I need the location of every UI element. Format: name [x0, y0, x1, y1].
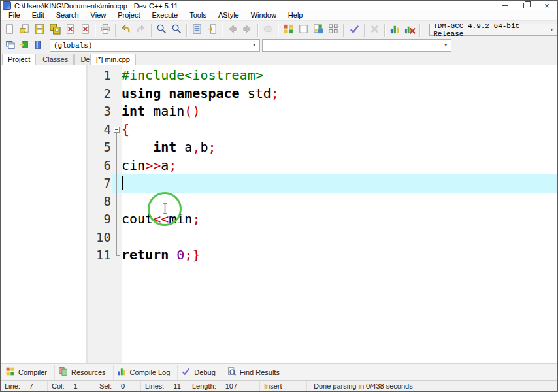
delete-profiling-button[interactable] [402, 22, 418, 38]
log-bars-icon [117, 367, 130, 378]
find-page-icon [227, 367, 240, 378]
close-file-button[interactable] [63, 22, 78, 38]
add-to-project-button[interactable] [17, 40, 31, 52]
back-icon [227, 24, 238, 36]
profile-button[interactable] [387, 22, 402, 38]
report-tab-compile-log[interactable]: Compile Log [114, 365, 178, 380]
remove-from-project-icon [33, 40, 42, 51]
find-button[interactable] [154, 22, 169, 38]
new-file-button[interactable] [2, 22, 17, 38]
code-text: { [122, 121, 557, 139]
restore-button[interactable] [516, 1, 536, 10]
menu-bar: FileEditSearchViewProjectExecuteToolsASt… [1, 10, 557, 20]
code-text: #include<iostream> [122, 67, 557, 85]
undo-icon [120, 24, 131, 36]
redo-button[interactable] [133, 22, 148, 38]
close-all-icon [80, 24, 91, 36]
line-number: 7 [88, 174, 112, 193]
scope-combo-value: (globals) [54, 42, 92, 50]
report-tab-find-results[interactable]: Find Results [223, 365, 287, 380]
save-icon [34, 24, 45, 36]
menu-window[interactable]: Window [245, 10, 282, 20]
menu-astyle[interactable]: AStyle [212, 10, 245, 20]
class-browser-member-combo[interactable]: ▾ [262, 39, 451, 52]
menu-tools[interactable]: Tools [184, 10, 212, 20]
menu-file[interactable]: File [3, 10, 26, 20]
print-button[interactable] [98, 22, 113, 38]
code-text: int a,b; [122, 139, 557, 157]
menu-edit[interactable]: Edit [26, 10, 50, 20]
forward-button[interactable] [240, 22, 255, 38]
code-line-2[interactable]: 2using namespace std; [88, 85, 557, 103]
code-line-10[interactable]: 10 [88, 229, 557, 247]
abort-button[interactable] [367, 22, 382, 38]
code-line-5[interactable]: 5 int a,b; [88, 139, 557, 157]
code-line-4[interactable]: 4{ [88, 121, 557, 139]
compiler-profile-combo[interactable]: TDM-GCC 4.9.2 64-bit Release▾ [429, 24, 557, 36]
close-button[interactable]: × [536, 1, 557, 10]
resources-pages-icon [58, 367, 71, 378]
close-file-icon [65, 24, 76, 36]
line-number: 3 [88, 103, 112, 121]
restore-icon [523, 3, 529, 8]
code-line-9[interactable]: 9cout<<min; [88, 210, 557, 229]
compile-button[interactable] [281, 22, 296, 38]
report-tab-resources[interactable]: Resources [55, 365, 114, 380]
fold-marker [112, 229, 122, 247]
code-line-11[interactable]: 11return 0;} [88, 246, 557, 265]
panel-tab-project[interactable]: Project [2, 54, 36, 65]
status-sel: Sel:0 [95, 381, 141, 391]
code-line-8[interactable]: 8 [88, 193, 557, 211]
replace-button[interactable] [189, 22, 205, 38]
print-icon [100, 24, 111, 36]
new-unit-button[interactable] [3, 40, 17, 52]
project-browser-panel[interactable] [1, 65, 88, 363]
menu-search[interactable]: Search [50, 10, 85, 20]
code-editor[interactable]: 1#include<iostream>2using namespace std;… [88, 65, 557, 363]
line-number: 8 [88, 193, 112, 211]
toolbar-separator [222, 24, 223, 37]
save-all-button[interactable] [48, 22, 63, 38]
remove-from-project-button[interactable] [31, 40, 44, 52]
goto-line-button[interactable] [205, 22, 220, 38]
toolbar-separator [257, 24, 259, 37]
code-line-1[interactable]: 1#include<iostream> [88, 67, 557, 85]
compile-run-button[interactable] [311, 22, 326, 38]
status-col: Col:1 [48, 381, 95, 391]
menu-execute[interactable]: Execute [146, 10, 184, 20]
new-file-icon [4, 24, 15, 36]
minimize-button[interactable] [495, 1, 516, 10]
compiler-profile-value: TDM-GCC 4.9.2 64-bit Release [433, 22, 546, 38]
code-text [122, 174, 557, 193]
rebuild-all-button[interactable] [326, 22, 341, 38]
code-line-7[interactable]: 7 [88, 174, 557, 193]
save-button[interactable] [32, 22, 47, 38]
profile-icon [389, 24, 401, 36]
line-number: 9 [88, 210, 112, 229]
report-tab-compiler[interactable]: Compiler [2, 365, 55, 380]
find-in-files-button[interactable] [169, 22, 184, 38]
menu-view[interactable]: View [85, 10, 112, 20]
editor-tab-min-cpp[interactable]: [*] min.cpp [90, 54, 136, 65]
fold-marker[interactable] [112, 121, 122, 139]
syntax-check-button[interactable] [346, 22, 361, 38]
fold-column [112, 85, 122, 103]
toolbar-separator [384, 24, 386, 37]
menu-project[interactable]: Project [112, 10, 146, 20]
back-button[interactable] [225, 22, 240, 38]
report-tab-debug[interactable]: Debug [178, 365, 223, 380]
panel-tab-classes[interactable]: Classes [37, 54, 74, 65]
menu-help[interactable]: Help [282, 10, 309, 20]
undo-button[interactable] [118, 22, 133, 38]
close-all-button[interactable] [78, 22, 93, 38]
open-file-icon [19, 24, 30, 36]
run-button[interactable] [296, 22, 311, 38]
code-line-6[interactable]: 6cin>>a; [88, 157, 557, 175]
code-line-3[interactable]: 3int main() [88, 103, 557, 121]
toolbar-separator [364, 24, 365, 37]
ellipsis-button[interactable] [261, 22, 276, 38]
class-browser-scope-combo[interactable]: (globals) ▾ [50, 39, 260, 52]
replace-icon [191, 24, 203, 36]
open-file-button[interactable] [17, 22, 32, 38]
fold-column [112, 103, 122, 121]
